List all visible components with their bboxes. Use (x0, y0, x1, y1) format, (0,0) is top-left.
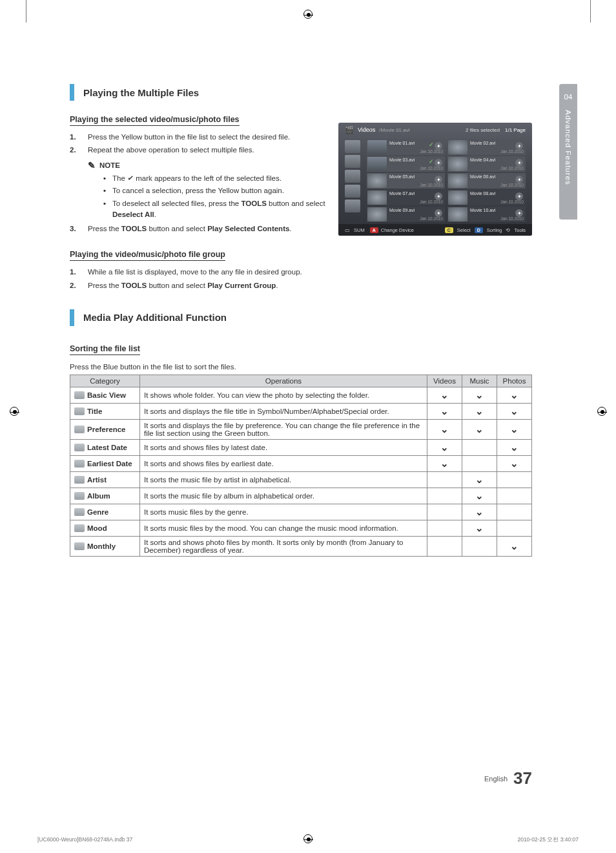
checkmark-icon: ⌄ (510, 442, 518, 453)
preview-file-item: Movie 03.aviJan.10.2010✦ (367, 156, 445, 172)
preview-check-icon: ✦ (515, 209, 523, 217)
key-d-badge: D (475, 227, 483, 233)
support-mark: ⌄ (427, 419, 462, 439)
support-mark (497, 488, 532, 504)
operation-desc: It sorts the music file by artist in alp… (140, 471, 427, 488)
preview-path: /Movie 01.avi (379, 127, 409, 133)
crop-mark (26, 0, 26, 23)
support-mark (497, 520, 532, 536)
preview-file-date: Jan.10.2010 (389, 166, 443, 170)
step-1: 1.Press the Yellow button in the file li… (70, 132, 341, 143)
table-row: PreferenceIt sorts and displays the file… (70, 419, 532, 439)
category-icon (74, 542, 85, 550)
support-mark: ⌄ (497, 403, 532, 419)
support-mark: ⌄ (462, 520, 497, 536)
sidebar-sort-icon (345, 140, 360, 153)
checkmark-icon: ⌄ (510, 540, 518, 551)
checkmark-icon: ⌄ (475, 389, 484, 400)
checkmark-icon: ⌄ (440, 389, 449, 400)
operation-desc: It sorts and displays the file by prefer… (140, 419, 427, 439)
support-mark (427, 471, 462, 488)
category-icon (74, 407, 85, 415)
support-mark: ⌄ (497, 439, 532, 455)
subheading-selected-files: Playing the selected video/music/photo f… (70, 115, 240, 126)
preview-thumbnail (448, 174, 467, 188)
note-item-1: The ✓ mark appears to the left of the se… (103, 173, 336, 184)
key-c-badge: C (445, 227, 453, 233)
checkmark-icon: ⌄ (475, 406, 484, 416)
category-label: Latest Date (87, 444, 127, 451)
category-label: Preference (87, 426, 125, 433)
category-icon (74, 426, 85, 433)
support-mark (427, 504, 462, 520)
table-row: MonthlyIt sorts and shows photo files by… (70, 536, 532, 556)
preview-footer: ▭ SUM A Change Device C Select D Sorting… (338, 224, 532, 236)
note-item-2: To cancel a selection, press the Yellow … (103, 185, 336, 196)
preview-thumbnail (367, 140, 387, 154)
category-icon (74, 508, 85, 516)
checkmark-icon: ⌄ (510, 458, 518, 469)
chapter-number: 04 (559, 93, 577, 101)
preview-check-icon: ✦ (515, 159, 523, 167)
checkmark-icon: ⌄ (475, 522, 484, 533)
preview-file-date: Jan.10.2010 (470, 149, 524, 154)
preview-sidebar (342, 138, 363, 214)
support-mark (427, 488, 462, 504)
support-mark: ⌄ (427, 403, 462, 419)
sidebar-sort-icon (345, 185, 360, 198)
table-row: AlbumIt sorts the music file by album in… (70, 488, 532, 504)
preview-thumbnail (367, 174, 387, 188)
note-item-3: To deselect all selected files, press th… (103, 198, 336, 220)
category-icon (74, 476, 85, 484)
preview-check-icon: ✦ (515, 176, 523, 183)
sidebar-sort-icon (345, 155, 360, 168)
steps-list-2: 1.While a file list is displayed, move t… (70, 267, 532, 291)
section-title-2: Media Play Additional Function (83, 312, 227, 323)
th-music: Music (462, 375, 497, 387)
checkmark-icon: ⌄ (475, 424, 484, 435)
steps-list-1b: 3.Press the TOOLS button and select Play… (70, 223, 341, 234)
key-a-badge: A (370, 227, 378, 233)
tools-icon: ⟲ (506, 227, 510, 233)
table-row: Latest DateIt sorts and shows files by l… (70, 439, 532, 455)
footer-sorting: Sorting (487, 227, 502, 233)
preview-label: Videos (358, 127, 375, 133)
support-mark (462, 536, 497, 556)
support-mark: ⌄ (462, 403, 497, 419)
preview-check-icon: ✦ (435, 209, 442, 217)
preview-check-icon: ✦ (435, 142, 442, 150)
preview-file-item: Movie 09.aviJan.10.2010✦ (367, 207, 445, 222)
support-mark: ⌄ (427, 439, 462, 455)
support-mark (427, 536, 462, 556)
category-label: Earliest Date (87, 460, 132, 468)
checkmark-icon: ⌄ (475, 490, 484, 501)
operation-desc: It sorts and shows photo files by month.… (140, 536, 427, 556)
footer-lang: English (484, 775, 508, 783)
preview-thumbnail (367, 157, 387, 171)
preview-file-item: Movie 10.aviJan.10.2010✦ (447, 207, 526, 222)
step-group-1: 1.While a file list is displayed, move t… (70, 267, 532, 278)
check-icon: ✓ (127, 172, 134, 184)
support-mark: ⌄ (462, 488, 497, 504)
preview-thumbnail (448, 190, 467, 205)
th-operations: Operations (140, 375, 427, 387)
chapter-tab: 04 Advanced Features (559, 84, 577, 220)
preview-page: 1/1 Page (505, 127, 526, 133)
preview-file-item: Movie 04.aviJan.10.2010✦ (447, 156, 526, 172)
checkmark-icon: ⌄ (440, 406, 449, 416)
footer-sum: SUM (354, 227, 365, 233)
checkmark-icon: ⌄ (510, 406, 518, 416)
preview-file-item: Movie 01.aviJan.10.2010✦ (367, 139, 445, 155)
footer-select: Select (457, 227, 471, 233)
heading-bar-icon (70, 309, 74, 326)
table-row: MoodIt sorts music files by the mood. Yo… (70, 520, 532, 536)
checkmark-icon: ⌄ (440, 442, 449, 453)
category-label: Monthly (87, 542, 116, 550)
heading-bar-icon (70, 84, 74, 101)
preview-file-date: Jan.10.2010 (470, 200, 524, 204)
category-icon (74, 460, 85, 468)
support-mark: ⌄ (462, 471, 497, 488)
support-mark (497, 471, 532, 488)
table-row: TitleIt sorts and displays the file titl… (70, 403, 532, 419)
preview-check-icon: ✦ (515, 192, 523, 200)
